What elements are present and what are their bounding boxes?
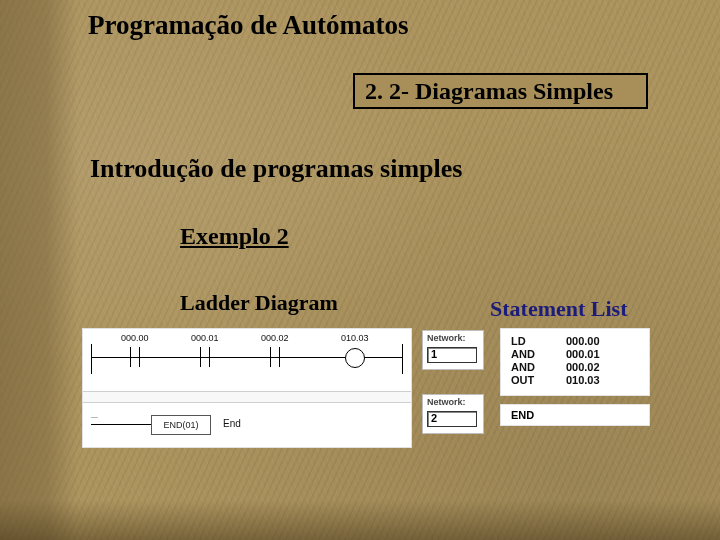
network-label: Network: (427, 333, 466, 343)
stl-op: AND (511, 348, 566, 361)
ladder-addr: 000.02 (261, 333, 289, 343)
network-number: 2 (431, 412, 437, 424)
stl-row: LD000.00 (511, 335, 639, 348)
network-number: 1 (431, 348, 437, 360)
section-banner-text: 2. 2- Diagramas Simples (365, 78, 613, 105)
contact-icon (127, 347, 143, 367)
contact-icon (197, 347, 213, 367)
stl-addr: 010.03 (566, 374, 639, 387)
stl-table: LD000.00 AND000.01 AND000.02 OUT010.03 (511, 335, 639, 387)
ladder-addr: 000.01 (191, 333, 219, 343)
bottom-shadow (0, 500, 720, 540)
ladder-addr: 010.03 (341, 333, 369, 343)
contact-icon (267, 347, 283, 367)
ladder-end-box: END(01) (151, 415, 211, 435)
ladder-addr: 000.00 (121, 333, 149, 343)
left-edge-shadow (0, 0, 78, 540)
section-banner: 2. 2- Diagramas Simples (353, 73, 648, 109)
statement-list-block: LD000.00 AND000.01 AND000.02 OUT010.03 (500, 328, 650, 396)
ladder-left-rail (91, 344, 92, 374)
network-label: Network: (427, 397, 466, 407)
stl-op: OUT (511, 374, 566, 387)
ladder-end-label: End (223, 418, 241, 429)
statement-list-end: END (500, 404, 650, 426)
intro-heading: Introdução de programas simples (90, 154, 462, 184)
slide-title: Programação de Autómatos (88, 10, 408, 41)
stl-op: LD (511, 335, 566, 348)
stl-addr: 000.02 (566, 361, 639, 374)
stl-row: AND000.02 (511, 361, 639, 374)
ladder-diagram: 000.00 000.01 000.02 010.03 — END(01) En… (82, 328, 412, 448)
ladder-divider (83, 391, 411, 403)
ladder-column-title: Ladder Diagram (180, 290, 338, 316)
network-box: Network: 1 (422, 330, 484, 370)
ladder-rung-marker: — (91, 413, 98, 420)
example-label: Exemplo 2 (180, 223, 289, 250)
stl-addr: 000.00 (566, 335, 639, 348)
stl-column-title: Statement List (490, 296, 627, 322)
stl-row: AND000.01 (511, 348, 639, 361)
ladder-right-rail (402, 344, 403, 374)
coil-icon (345, 348, 365, 368)
ladder-rung2-wire (91, 424, 151, 425)
stl-addr: 000.01 (566, 348, 639, 361)
stl-op: AND (511, 361, 566, 374)
network-box: Network: 2 (422, 394, 484, 434)
stl-row: OUT010.03 (511, 374, 639, 387)
